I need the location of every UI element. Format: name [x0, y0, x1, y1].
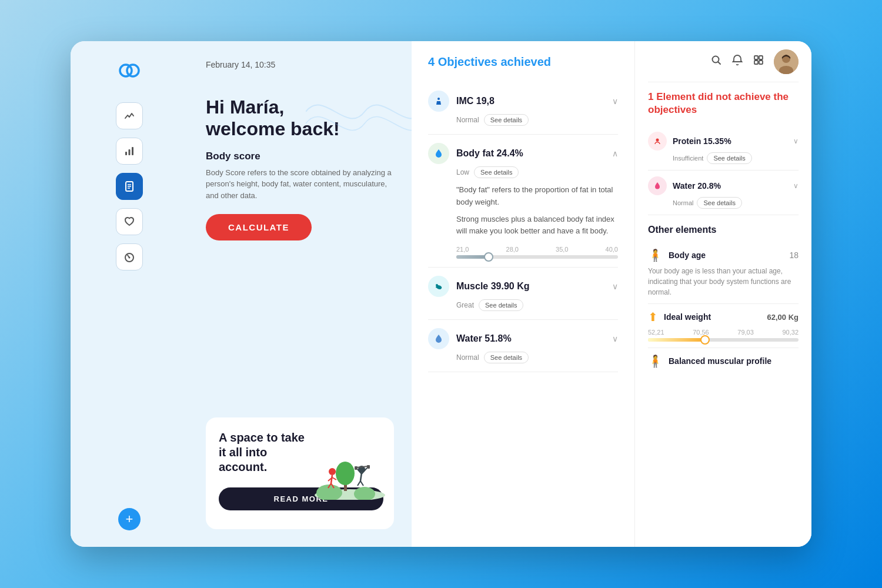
water-name: Water 51.8% [456, 333, 605, 344]
protein-status: Insufficient See details [673, 152, 799, 164]
muscular-profile-icon: 🧍 [648, 354, 663, 368]
wave-decoration [306, 76, 412, 147]
ideal-weight-slider[interactable]: 52,21 70,56 79,03 90,32 [648, 329, 799, 342]
imc-see-details[interactable]: See details [484, 114, 529, 126]
water2-name: Water 20.8% [673, 181, 787, 191]
imc-icon [428, 91, 449, 112]
water2-see-details[interactable]: See details [697, 197, 741, 209]
svg-line-21 [332, 477, 336, 480]
muscle-chevron[interactable]: ∨ [612, 282, 618, 291]
other-elements-title: Other elements [648, 225, 799, 235]
svg-rect-35 [759, 56, 763, 59]
body-score-title: Body score [206, 151, 394, 162]
sidebar-item-speedometer[interactable] [116, 243, 143, 270]
svg-rect-2 [125, 152, 127, 155]
sidebar-item-line-chart[interactable] [116, 138, 143, 165]
promo-card: A space to take it all into account. [206, 417, 394, 529]
grid-icon[interactable] [753, 54, 764, 69]
muscle-icon [428, 276, 449, 297]
other-item-body-age: 🧍 Body age 18 Your body age is less than… [648, 242, 799, 304]
main-left-panel: February 14, 10:35 Hi María, welcome bac… [188, 41, 412, 547]
right-panel: 1 Element did not achieve the objectives… [635, 41, 811, 547]
water2-icon [648, 176, 667, 195]
svg-rect-29 [355, 466, 358, 470]
svg-rect-30 [367, 465, 370, 469]
protein-see-details[interactable]: See details [707, 152, 751, 164]
ideal-weight-icon: ⬆ [648, 310, 658, 324]
body-fat-expanded: "Body fat" refers to the proportion of f… [456, 184, 618, 238]
promo-illustration [312, 447, 388, 500]
water-status: Normal See details [456, 352, 618, 363]
water2-chevron[interactable]: ∨ [793, 182, 799, 190]
not-achieved-title: 1 Element did not achieve the objectives [648, 91, 799, 116]
svg-rect-37 [759, 61, 763, 64]
right-metric-water2: Water 20.8% ∨ Normal See details [648, 171, 799, 215]
svg-line-25 [360, 481, 363, 486]
body-fat-see-details[interactable]: See details [474, 166, 519, 178]
promo-title: A space to take it all into account. [219, 430, 309, 475]
bell-icon[interactable] [731, 54, 743, 69]
svg-line-33 [719, 62, 721, 65]
right-metric-protein: Protein 15.35% ∨ Insufficient See detail… [648, 126, 799, 171]
metric-item-imc: IMC 19,8 ∨ Normal See details [428, 82, 618, 135]
water-see-details[interactable]: See details [484, 352, 529, 363]
imc-status: Normal See details [456, 114, 618, 126]
sidebar-item-heart[interactable] [116, 208, 143, 235]
muscle-name: Muscle 39.90 Kg [456, 281, 605, 292]
body-fat-status: Low See details [456, 166, 618, 178]
app-logo [116, 58, 142, 83]
ideal-weight-value: 62,00 Kg [767, 313, 799, 322]
svg-point-13 [354, 487, 375, 500]
other-item-muscular-profile: 🧍 Balanced muscular profile [648, 348, 799, 374]
svg-point-31 [436, 284, 438, 286]
protein-icon [648, 132, 667, 151]
muscle-see-details[interactable]: See details [479, 299, 523, 311]
search-icon[interactable] [710, 54, 722, 69]
other-item-ideal-weight: ⬆ Ideal weight 62,00 Kg 52,21 70,56 79,0… [648, 304, 799, 348]
sidebar-navigation [116, 102, 143, 503]
imc-name: IMC 19,8 [456, 96, 605, 106]
metric-item-muscle: Muscle 39.90 Kg ∨ Great See details [428, 268, 618, 320]
svg-rect-36 [754, 61, 758, 64]
body-fat-chevron[interactable]: ∧ [612, 149, 618, 158]
center-header: 4 Objectives achieved [428, 41, 618, 82]
svg-point-15 [336, 462, 355, 485]
body-fat-slider[interactable]: 21,0 28,0 35,0 40,0 [456, 246, 618, 259]
center-panel: 4 Objectives achieved IMC 19,8 ∨ Normal … [412, 41, 635, 547]
body-score-description: Body Score refers to the score obtained … [206, 167, 394, 202]
svg-point-41 [656, 139, 659, 142]
svg-rect-3 [129, 149, 131, 155]
metric-item-body-fat: Body fat 24.4% ∧ Low See details "Body f… [428, 135, 618, 268]
not-achieved-count: 1 Element [648, 91, 695, 102]
svg-line-28 [356, 466, 368, 467]
body-age-name: Body age [669, 250, 783, 260]
muscular-profile-name: Balanced muscular profile [669, 356, 799, 366]
user-avatar[interactable] [774, 49, 799, 74]
body-age-value: 18 [789, 250, 799, 260]
svg-rect-34 [754, 56, 758, 59]
body-age-icon: 🧍 [648, 248, 663, 262]
svg-rect-4 [132, 147, 133, 155]
svg-point-10 [129, 257, 131, 259]
add-button[interactable]: + [118, 508, 141, 530]
top-header-icons [648, 41, 799, 82]
body-fat-name: Body fat 24.4% [456, 148, 605, 159]
muscle-status: Great See details [456, 299, 618, 311]
metric-item-water: Water 51.8% ∨ Normal See details [428, 320, 618, 372]
body-age-desc: Your body age is less than your actual a… [648, 266, 799, 298]
water-icon [428, 328, 449, 349]
sidebar: + [71, 41, 188, 547]
imc-chevron[interactable]: ∨ [612, 96, 618, 106]
sidebar-item-document[interactable] [116, 173, 143, 200]
body-fat-icon [428, 143, 449, 164]
svg-point-16 [329, 468, 336, 475]
svg-line-24 [358, 481, 360, 486]
ideal-weight-name: Ideal weight [664, 312, 761, 322]
water2-status: Normal See details [673, 197, 799, 209]
water-chevron[interactable]: ∨ [612, 334, 618, 343]
protein-name: Protein 15.35% [673, 136, 787, 146]
protein-chevron[interactable]: ∨ [793, 137, 799, 145]
svg-line-17 [331, 475, 332, 483]
calculate-button[interactable]: CALCULATE [206, 214, 312, 240]
sidebar-item-chart[interactable] [116, 102, 143, 129]
